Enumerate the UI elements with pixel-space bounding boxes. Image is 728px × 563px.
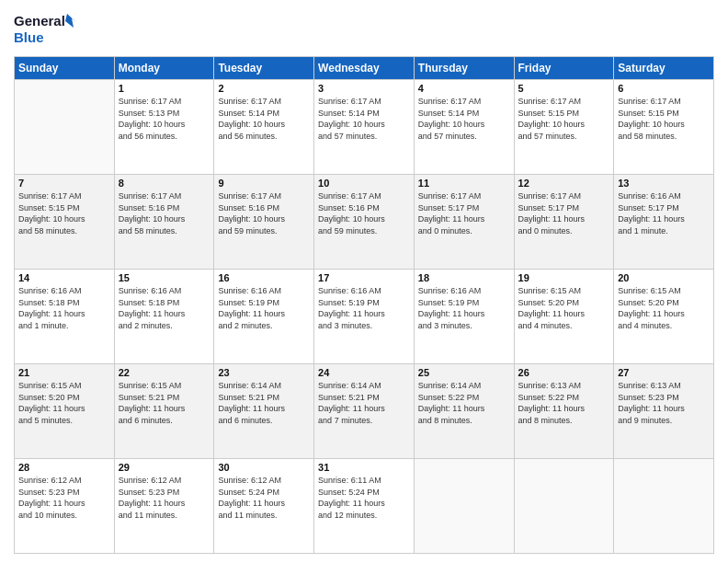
day-info: Sunrise: 6:17 AM Sunset: 5:16 PM Dayligh… bbox=[119, 190, 210, 236]
weekday-header: Thursday bbox=[414, 57, 514, 80]
weekday-header: Monday bbox=[114, 57, 214, 80]
day-number: 11 bbox=[418, 178, 510, 189]
calendar-cell: 14Sunrise: 6:16 AM Sunset: 5:18 PM Dayli… bbox=[15, 270, 115, 364]
day-info: Sunrise: 6:17 AM Sunset: 5:14 PM Dayligh… bbox=[318, 96, 410, 142]
day-info: Sunrise: 6:11 AM Sunset: 5:24 PM Dayligh… bbox=[318, 475, 410, 521]
calendar-cell: 13Sunrise: 6:16 AM Sunset: 5:17 PM Dayli… bbox=[614, 175, 714, 270]
day-info: Sunrise: 6:15 AM Sunset: 5:21 PM Dayligh… bbox=[119, 380, 210, 426]
day-number: 6 bbox=[618, 83, 710, 94]
day-number: 10 bbox=[318, 178, 410, 189]
calendar-cell: 10Sunrise: 6:17 AM Sunset: 5:16 PM Dayli… bbox=[314, 175, 415, 270]
day-info: Sunrise: 6:17 AM Sunset: 5:16 PM Dayligh… bbox=[318, 190, 410, 236]
calendar-cell: 5Sunrise: 6:17 AM Sunset: 5:15 PM Daylig… bbox=[514, 80, 614, 175]
day-info: Sunrise: 6:17 AM Sunset: 5:15 PM Dayligh… bbox=[618, 96, 710, 142]
day-info: Sunrise: 6:17 AM Sunset: 5:15 PM Dayligh… bbox=[518, 96, 610, 142]
calendar-cell: 26Sunrise: 6:13 AM Sunset: 5:22 PM Dayli… bbox=[514, 364, 614, 459]
calendar-cell bbox=[414, 459, 514, 554]
day-info: Sunrise: 6:17 AM Sunset: 5:17 PM Dayligh… bbox=[518, 190, 610, 236]
logo: General Blue bbox=[14, 9, 78, 51]
day-info: Sunrise: 6:16 AM Sunset: 5:17 PM Dayligh… bbox=[618, 190, 710, 236]
calendar-week-row: 7Sunrise: 6:17 AM Sunset: 5:15 PM Daylig… bbox=[15, 175, 714, 270]
calendar-cell: 15Sunrise: 6:16 AM Sunset: 5:18 PM Dayli… bbox=[114, 270, 214, 364]
calendar-cell: 21Sunrise: 6:15 AM Sunset: 5:20 PM Dayli… bbox=[15, 364, 115, 459]
logo-svg: General Blue bbox=[14, 9, 78, 51]
calendar-cell: 22Sunrise: 6:15 AM Sunset: 5:21 PM Dayli… bbox=[114, 364, 214, 459]
day-number: 22 bbox=[119, 367, 210, 378]
svg-text:General: General bbox=[14, 13, 65, 29]
calendar-cell: 9Sunrise: 6:17 AM Sunset: 5:16 PM Daylig… bbox=[214, 175, 314, 270]
calendar: SundayMondayTuesdayWednesdayThursdayFrid… bbox=[14, 56, 714, 554]
calendar-cell: 11Sunrise: 6:17 AM Sunset: 5:17 PM Dayli… bbox=[414, 175, 514, 270]
calendar-cell bbox=[15, 80, 115, 175]
day-number: 19 bbox=[518, 272, 610, 283]
calendar-cell: 18Sunrise: 6:16 AM Sunset: 5:19 PM Dayli… bbox=[414, 270, 514, 364]
day-number: 30 bbox=[218, 462, 310, 473]
calendar-cell: 2Sunrise: 6:17 AM Sunset: 5:14 PM Daylig… bbox=[214, 80, 314, 175]
day-info: Sunrise: 6:14 AM Sunset: 5:22 PM Dayligh… bbox=[418, 380, 510, 426]
day-info: Sunrise: 6:16 AM Sunset: 5:18 PM Dayligh… bbox=[119, 285, 210, 331]
calendar-cell: 6Sunrise: 6:17 AM Sunset: 5:15 PM Daylig… bbox=[614, 80, 714, 175]
day-info: Sunrise: 6:15 AM Sunset: 5:20 PM Dayligh… bbox=[18, 380, 110, 426]
calendar-cell: 31Sunrise: 6:11 AM Sunset: 5:24 PM Dayli… bbox=[314, 459, 415, 554]
calendar-cell: 4Sunrise: 6:17 AM Sunset: 5:14 PM Daylig… bbox=[414, 80, 514, 175]
day-number: 14 bbox=[18, 272, 110, 283]
day-number: 25 bbox=[418, 367, 510, 378]
calendar-cell: 7Sunrise: 6:17 AM Sunset: 5:15 PM Daylig… bbox=[15, 175, 115, 270]
day-info: Sunrise: 6:17 AM Sunset: 5:13 PM Dayligh… bbox=[119, 96, 210, 142]
calendar-cell: 17Sunrise: 6:16 AM Sunset: 5:19 PM Dayli… bbox=[314, 270, 415, 364]
day-info: Sunrise: 6:14 AM Sunset: 5:21 PM Dayligh… bbox=[318, 380, 410, 426]
calendar-week-row: 14Sunrise: 6:16 AM Sunset: 5:18 PM Dayli… bbox=[15, 270, 714, 364]
svg-text:Blue: Blue bbox=[14, 29, 44, 45]
calendar-cell bbox=[514, 459, 614, 554]
day-info: Sunrise: 6:16 AM Sunset: 5:18 PM Dayligh… bbox=[18, 285, 110, 331]
day-number: 31 bbox=[318, 462, 410, 473]
calendar-cell: 19Sunrise: 6:15 AM Sunset: 5:20 PM Dayli… bbox=[514, 270, 614, 364]
day-info: Sunrise: 6:17 AM Sunset: 5:14 PM Dayligh… bbox=[418, 96, 510, 142]
day-number: 7 bbox=[18, 178, 110, 189]
weekday-header: Saturday bbox=[614, 57, 714, 80]
day-info: Sunrise: 6:12 AM Sunset: 5:23 PM Dayligh… bbox=[18, 475, 110, 521]
calendar-week-row: 28Sunrise: 6:12 AM Sunset: 5:23 PM Dayli… bbox=[15, 459, 714, 554]
calendar-week-row: 21Sunrise: 6:15 AM Sunset: 5:20 PM Dayli… bbox=[15, 364, 714, 459]
day-number: 15 bbox=[119, 272, 210, 283]
day-info: Sunrise: 6:15 AM Sunset: 5:20 PM Dayligh… bbox=[618, 285, 710, 331]
day-number: 8 bbox=[119, 178, 210, 189]
calendar-cell: 12Sunrise: 6:17 AM Sunset: 5:17 PM Dayli… bbox=[514, 175, 614, 270]
day-number: 3 bbox=[318, 83, 410, 94]
calendar-cell: 8Sunrise: 6:17 AM Sunset: 5:16 PM Daylig… bbox=[114, 175, 214, 270]
calendar-cell: 3Sunrise: 6:17 AM Sunset: 5:14 PM Daylig… bbox=[314, 80, 415, 175]
day-info: Sunrise: 6:17 AM Sunset: 5:17 PM Dayligh… bbox=[418, 190, 510, 236]
calendar-cell: 23Sunrise: 6:14 AM Sunset: 5:21 PM Dayli… bbox=[214, 364, 314, 459]
svg-marker-2 bbox=[65, 14, 76, 28]
day-info: Sunrise: 6:13 AM Sunset: 5:23 PM Dayligh… bbox=[618, 380, 710, 426]
calendar-cell: 27Sunrise: 6:13 AM Sunset: 5:23 PM Dayli… bbox=[614, 364, 714, 459]
calendar-cell: 30Sunrise: 6:12 AM Sunset: 5:24 PM Dayli… bbox=[214, 459, 314, 554]
day-number: 2 bbox=[218, 83, 310, 94]
day-info: Sunrise: 6:16 AM Sunset: 5:19 PM Dayligh… bbox=[218, 285, 310, 331]
day-number: 23 bbox=[218, 367, 310, 378]
calendar-cell: 24Sunrise: 6:14 AM Sunset: 5:21 PM Dayli… bbox=[314, 364, 415, 459]
calendar-cell: 29Sunrise: 6:12 AM Sunset: 5:23 PM Dayli… bbox=[114, 459, 214, 554]
header: General Blue bbox=[14, 9, 714, 51]
calendar-week-row: 1Sunrise: 6:17 AM Sunset: 5:13 PM Daylig… bbox=[15, 80, 714, 175]
day-number: 12 bbox=[518, 178, 610, 189]
day-info: Sunrise: 6:15 AM Sunset: 5:20 PM Dayligh… bbox=[518, 285, 610, 331]
calendar-header-row: SundayMondayTuesdayWednesdayThursdayFrid… bbox=[15, 57, 714, 80]
day-number: 29 bbox=[119, 462, 210, 473]
day-info: Sunrise: 6:12 AM Sunset: 5:23 PM Dayligh… bbox=[119, 475, 210, 521]
day-info: Sunrise: 6:13 AM Sunset: 5:22 PM Dayligh… bbox=[518, 380, 610, 426]
day-info: Sunrise: 6:16 AM Sunset: 5:19 PM Dayligh… bbox=[418, 285, 510, 331]
calendar-cell: 16Sunrise: 6:16 AM Sunset: 5:19 PM Dayli… bbox=[214, 270, 314, 364]
day-number: 17 bbox=[318, 272, 410, 283]
calendar-cell: 28Sunrise: 6:12 AM Sunset: 5:23 PM Dayli… bbox=[15, 459, 115, 554]
day-number: 4 bbox=[418, 83, 510, 94]
day-number: 9 bbox=[218, 178, 310, 189]
day-number: 26 bbox=[518, 367, 610, 378]
weekday-header: Tuesday bbox=[214, 57, 314, 80]
day-number: 16 bbox=[218, 272, 310, 283]
weekday-header: Sunday bbox=[15, 57, 115, 80]
calendar-cell: 20Sunrise: 6:15 AM Sunset: 5:20 PM Dayli… bbox=[614, 270, 714, 364]
weekday-header: Friday bbox=[514, 57, 614, 80]
day-number: 18 bbox=[418, 272, 510, 283]
day-info: Sunrise: 6:12 AM Sunset: 5:24 PM Dayligh… bbox=[218, 475, 310, 521]
